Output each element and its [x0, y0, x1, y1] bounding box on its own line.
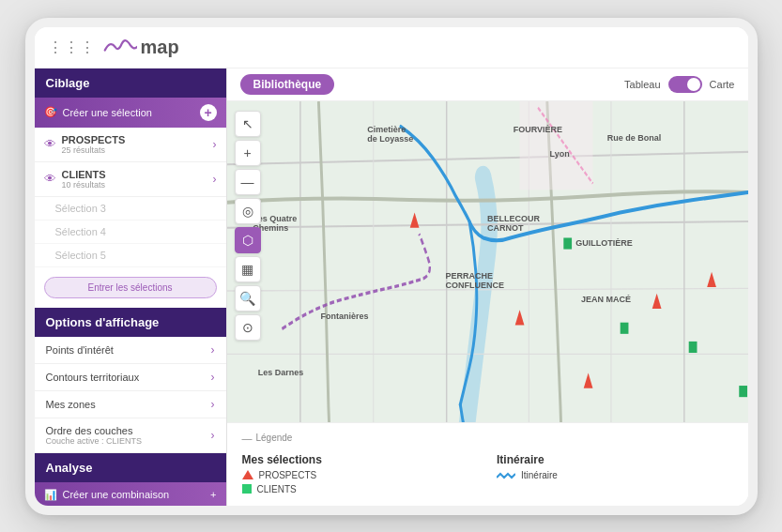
options-header: Options d'affichage — [35, 308, 226, 337]
right-topbar: Bibliothèque Tableau Carte — [227, 68, 748, 101]
legend-grid: Mes sélections PROSPECTS CLIENTS — [242, 453, 733, 494]
clients-subtitle: 10 résultats — [62, 180, 106, 190]
map-label-loyasse: Cimetièrede Loyasse — [367, 125, 413, 144]
eye-icon-clients: 👁 — [44, 172, 56, 186]
legend-icon: — — [242, 433, 253, 444]
options-item-ordre[interactable]: Ordre des couches Couche active : CLIENT… — [35, 418, 226, 453]
legend-title: Légende — [256, 433, 293, 443]
svg-marker-15 — [652, 293, 661, 308]
chevron-icon-contours: › — [211, 371, 215, 384]
plus-icon: + — [200, 104, 217, 121]
location-button[interactable]: ◎ — [235, 198, 261, 224]
legend-title-row: — Légende — [242, 433, 733, 444]
map-label-bellecour: BELLECOURCARNOT — [487, 214, 540, 233]
view-toggle: Tableau Carte — [624, 76, 734, 93]
map-label-bonsecours: Rue de Bonal — [607, 133, 662, 143]
entrer-selections-button[interactable]: Entrer les sélections — [44, 277, 217, 298]
logo-area: map — [103, 37, 179, 58]
zoom-in-button[interactable]: + — [235, 140, 261, 166]
legend-item-itineraire: Itinéraire — [497, 470, 733, 481]
top-bar: ⋮⋮⋮ map — [35, 27, 748, 68]
svg-line-1 — [227, 220, 748, 227]
contours-label: Contours territoriaux — [46, 372, 140, 383]
zoom-out-button[interactable]: 🔍 — [235, 285, 261, 312]
right-panel: Bibliothèque Tableau Carte — [227, 68, 748, 506]
legend-clients-label: CLIENTS — [257, 484, 297, 494]
legend-item-prospects: PROSPECTS — [242, 470, 479, 480]
ordre-sublabel: Couche active : CLIENTS — [46, 436, 143, 446]
options-item-zones[interactable]: Mes zones › — [35, 391, 226, 418]
itineraire-title: Itinéraire — [497, 453, 733, 466]
triangle-icon-prospects — [242, 470, 253, 479]
chevron-icon-ordre: › — [211, 429, 215, 442]
mes-selections-title: Mes sélections — [242, 453, 479, 466]
toggle-knob — [687, 78, 700, 91]
sidebar-item-selection4: Sélection 4 — [35, 220, 226, 244]
eye-icon-prospects: 👁 — [44, 137, 56, 151]
cursor-tool-button[interactable]: ↖ — [235, 111, 261, 137]
poi-label: Points d'intérêt — [46, 344, 114, 356]
svg-rect-19 — [563, 237, 572, 249]
svg-rect-22 — [739, 386, 747, 397]
create-selection-button[interactable]: 🎯 Créer une sélection + — [35, 98, 226, 128]
app-container: ⋮⋮⋮ map Ciblage 🎯 Créer une sélection + — [35, 27, 748, 506]
options-item-poi[interactable]: Points d'intérêt › — [35, 337, 226, 364]
tableau-label: Tableau — [624, 79, 661, 90]
create-selection-label: Créer une sélection — [63, 107, 152, 118]
square-icon-clients — [242, 484, 252, 494]
svg-marker-12 — [583, 372, 592, 388]
sidebar-item-selection3: Sélection 3 — [35, 197, 226, 220]
logo-wave-icon — [103, 38, 137, 56]
map-label-guillotiere: GUILLOTIÈRE — [575, 238, 633, 248]
svg-rect-26 — [519, 101, 592, 190]
ciblage-header: Ciblage — [35, 68, 226, 98]
legend-itineraire-label: Itinéraire — [521, 470, 558, 480]
sidebar-item-selection5: Sélection 5 — [35, 244, 226, 267]
svg-line-2 — [227, 288, 748, 291]
chevron-icon-prospects: › — [213, 138, 217, 151]
chart-icon: 📊 — [44, 489, 57, 501]
svg-rect-20 — [620, 322, 628, 333]
view-toggle-switch[interactable] — [668, 76, 702, 93]
grid-icon: ⋮⋮⋮ — [48, 38, 96, 56]
options-item-contours[interactable]: Contours territoriaux › — [35, 364, 226, 391]
legend-prospects-label: PROSPECTS — [259, 470, 317, 480]
create-combinaison-label: Créer une combinaison — [63, 489, 170, 500]
chevron-icon-poi: › — [211, 343, 215, 357]
zones-label: Mes zones — [46, 399, 96, 410]
plus-icon-analyse: + — [210, 489, 216, 500]
chevron-icon-zones: › — [211, 398, 215, 411]
create-selection-icon: 🎯 — [44, 106, 57, 118]
svg-line-0 — [227, 151, 748, 163]
zoom-out-small-button[interactable]: — — [235, 169, 261, 195]
chevron-icon-clients: › — [213, 173, 217, 186]
ordre-label: Ordre des couches — [46, 425, 143, 436]
legend-panel: — Légende Mes sélections PROSPECTS — [227, 422, 748, 506]
logo-text: map — [141, 37, 179, 58]
layers-button[interactable]: ▦ — [235, 256, 261, 282]
svg-marker-10 — [409, 212, 419, 227]
map-label-lesdarnes: Les Darnes — [258, 368, 304, 377]
prospects-subtitle: 25 résultats — [62, 145, 126, 155]
map-label-fontanieres: Fontanières — [320, 312, 368, 321]
create-combinaison-button[interactable]: 📊 Créer une combinaison + — [35, 482, 226, 506]
bibliotheque-tab[interactable]: Bibliothèque — [240, 74, 335, 95]
carte-label: Carte — [710, 79, 735, 90]
lasso-button[interactable]: ⬡ — [235, 227, 261, 253]
svg-marker-11 — [514, 310, 524, 325]
map-area[interactable]: Lyon BELLECOURCARNOT GUILLOTIÈRE JEAN MA… — [227, 101, 748, 506]
sidebar-item-clients[interactable]: 👁 CLIENTS 10 résultats › — [35, 162, 226, 197]
device-frame: ⋮⋮⋮ map Ciblage 🎯 Créer une sélection + — [25, 18, 758, 515]
zoom-fit-button[interactable]: ⊙ — [235, 314, 261, 341]
itineraire-icon — [497, 470, 515, 481]
map-toolbar: ↖ + — ◎ ⬡ ▦ 🔍 ⊙ — [235, 111, 261, 341]
sidebar-item-prospects[interactable]: 👁 PROSPECTS 25 résultats › — [35, 128, 226, 162]
svg-marker-14 — [707, 271, 716, 286]
prospects-title: PROSPECTS — [62, 134, 126, 145]
map-label-jeanmace: JEAN MACÉ — [581, 295, 631, 304]
svg-rect-21 — [688, 341, 697, 352]
legend-item-clients: CLIENTS — [242, 484, 479, 494]
main-layout: Ciblage 🎯 Créer une sélection + 👁 PROSPE… — [35, 68, 748, 506]
analyse-header: Analyse — [35, 453, 226, 482]
clients-title: CLIENTS — [62, 169, 106, 180]
